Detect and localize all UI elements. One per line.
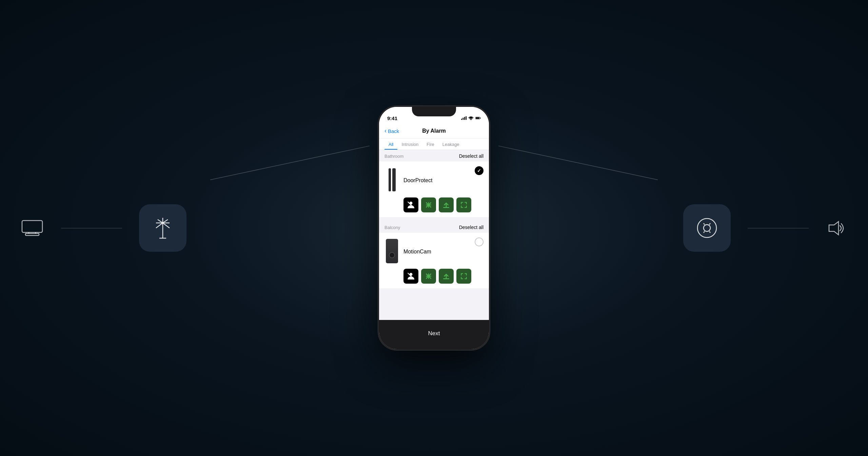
back-label: Back: [388, 128, 399, 134]
svg-rect-26: [476, 117, 479, 119]
bottom-button-area: Next: [379, 320, 489, 349]
tab-all[interactable]: All: [384, 138, 397, 150]
content-area[interactable]: Bathroom Deselect all DoorProte: [379, 150, 489, 320]
next-button[interactable]: Next: [386, 325, 482, 342]
door-protect-header: DoorProtect: [384, 166, 484, 193]
expand-button-1[interactable]: [456, 197, 471, 212]
motion-cam-image: [384, 238, 399, 265]
svg-line-6: [158, 220, 163, 223]
svg-line-8: [156, 223, 163, 228]
connector-line-right-1: [748, 228, 809, 228]
back-chevron-icon: ‹: [384, 127, 387, 134]
notch: [412, 107, 456, 116]
svg-line-7: [163, 220, 168, 223]
motion-cam-img: [386, 239, 398, 263]
phone-screen: 9:41: [379, 107, 489, 349]
svg-line-19: [498, 146, 658, 180]
motion-cam-header: MotionCam: [384, 238, 484, 265]
display-device-icon: [20, 219, 44, 238]
signal-button-1[interactable]: [439, 197, 454, 212]
status-time: 9:41: [387, 115, 397, 121]
tab-intrusion[interactable]: Intrusion: [397, 138, 422, 150]
section-gap: [379, 217, 489, 221]
socket-icon-box: [683, 204, 731, 252]
svg-rect-20: [461, 119, 462, 120]
door-protect-info: DoorProtect: [384, 166, 432, 193]
balcony-deselect-button[interactable]: Deselect all: [459, 225, 484, 230]
balcony-title: Balcony: [384, 225, 400, 230]
door-protect-card: DoorProtect: [379, 162, 489, 217]
add-button-1[interactable]: [421, 197, 436, 212]
next-button-label: Next: [428, 330, 440, 337]
bathroom-deselect-button[interactable]: Deselect all: [459, 153, 484, 159]
svg-line-16: [709, 231, 710, 233]
phone-wrapper: 9:41: [378, 106, 490, 350]
svg-rect-23: [466, 116, 467, 120]
svg-rect-27: [480, 118, 481, 119]
svg-rect-1: [25, 233, 39, 235]
speaker-icon: [826, 219, 848, 238]
door-part-2: [392, 168, 396, 191]
svg-line-15: [704, 231, 705, 233]
add-button-2[interactable]: [421, 269, 436, 284]
svg-rect-0: [22, 221, 42, 232]
phone-frame: 9:41: [378, 106, 490, 350]
battery-icon: [475, 116, 481, 120]
svg-line-9: [163, 223, 170, 228]
section-bathroom-header: Bathroom Deselect all: [379, 150, 489, 162]
svg-marker-17: [829, 222, 839, 235]
door-protect-checkbox[interactable]: [475, 166, 484, 175]
door-protect-image: [384, 166, 399, 193]
tab-fire[interactable]: Fire: [422, 138, 438, 150]
connector-line-left-1: [61, 228, 122, 228]
section-balcony-header: Balcony Deselect all: [379, 221, 489, 233]
svg-rect-22: [464, 117, 465, 120]
status-icons: [461, 116, 481, 120]
empty-space: [379, 288, 489, 320]
svg-line-13: [704, 223, 705, 225]
nav-title: By Alarm: [422, 128, 446, 134]
signal-icon: [461, 116, 467, 120]
door-protect-name: DoorProtect: [403, 176, 432, 184]
motion-cam-checkbox[interactable]: [475, 238, 484, 246]
svg-rect-21: [462, 118, 463, 120]
motion-cam-name: MotionCam: [403, 247, 431, 255]
door-part-1: [389, 168, 391, 191]
svg-line-18: [210, 146, 370, 180]
peripheral-left: [20, 204, 186, 252]
bathroom-title: Bathroom: [384, 154, 403, 159]
motion-cam-info: MotionCam: [384, 238, 431, 265]
person-alarm-button-2[interactable]: [403, 269, 418, 284]
tabs-bar: All Intrusion Fire Leakage: [379, 138, 489, 150]
door-protect-img: [389, 168, 396, 191]
door-protect-actions: [403, 197, 484, 212]
svg-line-14: [709, 223, 710, 225]
signal-button-2[interactable]: [439, 269, 454, 284]
motion-cam-actions: [403, 269, 484, 284]
tab-leakage[interactable]: Leakage: [438, 138, 463, 150]
motion-cam-card: MotionCam: [379, 233, 489, 288]
hub-icon-box: [139, 204, 186, 252]
svg-point-12: [704, 225, 710, 231]
svg-point-24: [471, 120, 471, 120]
back-button[interactable]: ‹ Back: [384, 128, 399, 134]
nav-bar: ‹ Back By Alarm: [379, 125, 489, 138]
peripheral-right: [683, 204, 848, 252]
expand-button-2[interactable]: [456, 269, 471, 284]
person-alarm-button[interactable]: [403, 197, 418, 212]
wifi-icon: [468, 116, 474, 120]
svg-point-11: [697, 218, 716, 238]
